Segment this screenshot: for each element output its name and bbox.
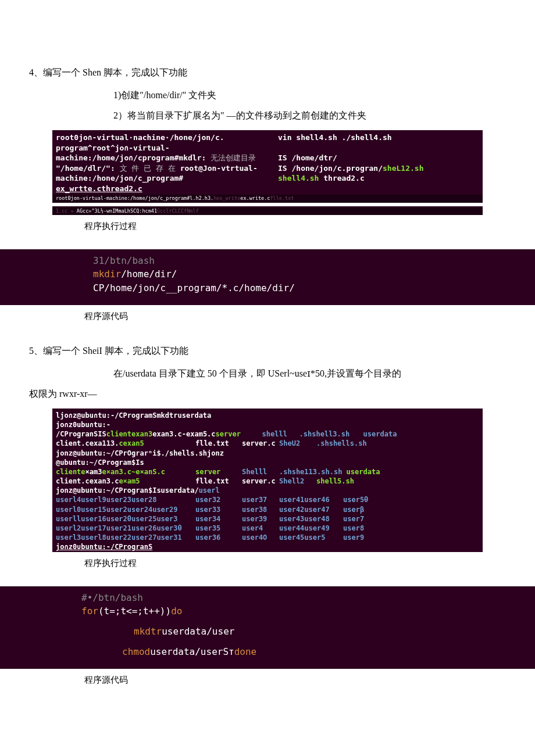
code-line: /home/dir/ <box>121 268 177 280</box>
q4-step2: 2）将当前目录下扩展名为" —的文件移动到之前创建的文件夹 <box>29 110 506 122</box>
list-item: userl4userl9user23user28 <box>56 495 195 504</box>
list-item: user37 <box>242 495 279 504</box>
code-line: CP/home/jon/c__program/*.c/home/dir/ <box>93 282 295 293</box>
text: ljo∩z@ubu∩tu:-/CProgramSmkdtruserdata <box>56 411 211 420</box>
list-item: user42user47 <box>279 505 343 514</box>
text: ex_wrtte.cthread2.c <box>56 184 142 193</box>
text: root0jon-virtual-machine:/home/jon/c_pro… <box>56 195 213 201</box>
text: Shelll <box>242 468 267 476</box>
text: ×am3 <box>85 468 102 476</box>
text: thread2.c <box>323 174 364 182</box>
code-line: #•/btn/bash <box>81 592 143 603</box>
q4-src-caption: 程序源代码 <box>0 311 535 322</box>
text: .shshell3.sh <box>299 430 350 438</box>
code-line: for <box>81 605 98 617</box>
code-line: chmod <box>122 646 150 657</box>
text: flle.txt <box>195 439 229 447</box>
text: root@Jon-vtrtual- <box>180 164 258 173</box>
text: machine:/home/jo∩/cprogram#mkdlr: <box>56 153 206 162</box>
list-item: user34 <box>195 514 242 524</box>
text: server.c <box>242 439 276 447</box>
list-item: user43user48 <box>279 514 343 524</box>
status-bar: root0jon-virtual-machine:/home/jon/c_pro… <box>52 195 483 202</box>
text: server.c <box>242 477 276 485</box>
text: e×an3.c~e×anS.c <box>102 468 165 476</box>
list-item: user36 <box>195 533 242 542</box>
text: program^root^jo∩-virtual- <box>56 144 170 152</box>
q5-exec-caption: 程序执行过程 <box>0 558 535 569</box>
code-line: mkdir <box>93 268 121 280</box>
text: cliente <box>56 468 85 476</box>
text: 文 件 已 存 在 <box>120 164 176 173</box>
text: hex_write <box>213 195 240 201</box>
text: IS /home/dtr/ <box>278 153 337 162</box>
q4-exec-caption: 程序执行过程 <box>0 221 535 232</box>
code-line: userdata/userSт <box>150 646 234 657</box>
text: shell5.sh <box>316 477 354 485</box>
code-line: 31/btn/bash <box>93 255 155 266</box>
list-item: user44user49 <box>279 524 343 533</box>
q4-step1: 1)创建″/home/dir/″ 文件夹 <box>29 89 506 102</box>
text: sheL12.sh <box>383 164 423 173</box>
text: GcclrCLCCfNmlf <box>157 208 199 214</box>
text: userl <box>199 486 220 495</box>
list-item: userβ <box>343 505 479 514</box>
text: server <box>195 468 220 476</box>
text: exan3.c-exam5.c <box>152 430 215 438</box>
text: machine:/hone/jon/c_program# <box>56 174 183 182</box>
text: .shshells.sh <box>316 439 367 447</box>
text: jonz@ubuntu:~/CPrOgrarⁿi$./shells.shjonz <box>56 449 224 457</box>
list-item: userlluser16user2θuser25user3 <box>56 514 195 524</box>
list-item: user33 <box>195 505 242 514</box>
text: vin shell4.sh ./shell4.sh <box>278 133 392 142</box>
text: jo∩z0∪buntu:-/CProgranS <box>56 543 152 551</box>
text: shell4.sh <box>278 174 323 182</box>
text: SheU2 <box>279 439 300 447</box>
text: ex.write.c <box>240 195 270 201</box>
text: Shell2 <box>279 477 304 485</box>
text: root0jo∩-virtual·nachine·/hone/jon/c. <box>56 133 224 142</box>
text: clientexan3 <box>106 430 152 438</box>
code-line: (t=;t<=;t++)) <box>98 605 171 617</box>
list-item: user41user46 <box>279 495 343 504</box>
text: flle.txt <box>270 195 294 201</box>
q4-title: 4、编写一个 Shen 脚本，完成以下功能 <box>29 67 506 79</box>
list-item: userl3userl8user22user27user31 <box>56 533 195 542</box>
list-item: user32 <box>195 495 242 504</box>
text: jo∩z0ubu∩tu:- <box>56 421 110 429</box>
text: 无法创建目录 <box>211 153 256 162</box>
text: client.cexa113. <box>56 439 119 447</box>
text: userdata <box>347 468 380 476</box>
list-item: userl0user15user2user24user29 <box>56 505 195 514</box>
q5-terminal: ljo∩z@ubu∩tu:-/CProgramSmkdtruserdata jo… <box>52 409 483 552</box>
list-item: user39 <box>242 514 279 524</box>
q4-terminal: root0jo∩-virtual·nachine·/hone/jon/c. vi… <box>52 130 483 215</box>
code-line: userdata/user <box>162 626 234 637</box>
list-item: user5θ <box>343 495 479 504</box>
q4-source-code: 31/btn/bash mkdir/home/dir/ CP/home/jon/… <box>0 249 535 305</box>
list-item: user9 <box>343 533 479 542</box>
code-line: mkdtr <box>134 626 162 637</box>
text: cexan5 <box>119 439 144 447</box>
text: server <box>216 430 241 438</box>
text: "/home/dlr/": <box>56 164 115 173</box>
text: AGcc="3L½-wnIMmaLhSCQ:hcm41 <box>77 208 157 214</box>
text: @ubuntu:~/CProgram$Is <box>56 458 144 467</box>
text: shelll <box>262 430 287 438</box>
q5-desc: 在/userdata 目录下建立 50 个目录，即 USerl~useɪ*50,… <box>29 368 506 380</box>
text: IS /hone/jon/c.progran/ <box>278 164 383 173</box>
text: flle.txt <box>195 477 229 485</box>
text: .shshe113.sh.sh <box>279 468 347 476</box>
list-item: user38 <box>242 505 279 514</box>
text: userdata <box>363 430 397 438</box>
list-item: user45user5 <box>279 533 343 542</box>
code-line: do <box>171 605 182 617</box>
text: 1.cc + <box>56 208 77 214</box>
text: client.cexan3.c <box>56 477 119 485</box>
text: /CProgranSIS <box>56 430 106 438</box>
list-item: user8 <box>343 524 479 533</box>
q5-src-caption: 程序源代码 <box>0 675 535 686</box>
status-bar: 1.cc + AGcc="3L½-wnIMmaLhSCQ:hcm41GcclrC… <box>52 207 483 215</box>
list-item: user7 <box>343 514 479 524</box>
list-item: user4 <box>242 524 279 533</box>
